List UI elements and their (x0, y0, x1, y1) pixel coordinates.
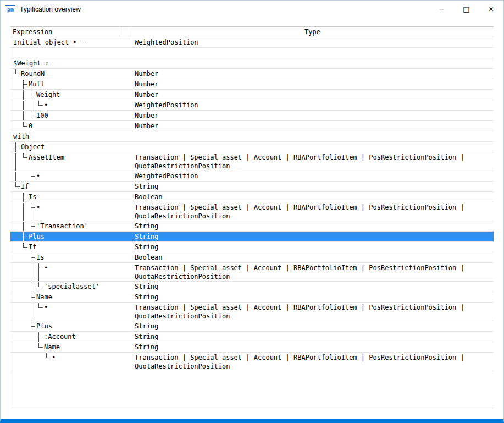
close-button[interactable]: ✕ (479, 1, 503, 18)
tree-row[interactable]: 0Number (10, 121, 494, 131)
expression-cell: • (10, 101, 132, 110)
tree-row[interactable]: 'specialasset'String (10, 282, 494, 292)
expression-label: If (21, 182, 29, 191)
tree-row[interactable]: IfString (10, 182, 494, 192)
tree-row[interactable]: IsBoolean (10, 252, 494, 263)
tree-connector (12, 303, 20, 321)
tree-row[interactable]: MultNumber (10, 79, 494, 90)
type-cell (132, 59, 494, 68)
window-title: Typification overview (20, 6, 81, 13)
tree-row[interactable]: RoundNNumber (10, 69, 494, 79)
tree-connector (12, 172, 20, 181)
tree-connector (20, 232, 27, 241)
tree-row[interactable]: •Transaction | Special asset | Account |… (10, 263, 494, 282)
tree-connector (35, 332, 43, 342)
expression-cell: Initial object • = (10, 38, 132, 47)
expression-cell: with (10, 132, 132, 141)
type-cell: WeightedPosition (132, 38, 494, 47)
tree-connector (12, 293, 20, 302)
tree-connector (27, 343, 35, 352)
expression-cell: • (10, 263, 132, 281)
tree-row[interactable]: 'Transaction'String (10, 221, 494, 232)
tree-row[interactable]: NameString (10, 292, 494, 303)
type-cell: String (132, 243, 494, 252)
tree-row-selected[interactable]: PlusString (10, 232, 494, 242)
minimize-button[interactable]: ─ (429, 1, 454, 18)
tree-connector (43, 353, 51, 371)
expression-cell: Plus (10, 232, 132, 241)
tree-row[interactable]: •Transaction | Special asset | Account |… (10, 303, 494, 321)
tree-connector (27, 353, 35, 371)
expression-cell: Weight (10, 90, 132, 100)
expression-label: Is (29, 193, 36, 202)
tree-connector (20, 253, 27, 262)
type-cell: Number (132, 80, 494, 89)
expression-cell: 'Transaction' (10, 222, 132, 231)
tree-row[interactable]: WeightNumber (10, 90, 494, 100)
expression-label: Object (21, 142, 45, 152)
tree-row[interactable]: $Weight := (10, 58, 494, 69)
tree-row[interactable]: with (10, 131, 494, 142)
tree-connector (12, 243, 20, 252)
tree-row[interactable]: PlusString (10, 321, 494, 332)
type-cell: String (132, 182, 494, 191)
tree-row[interactable]: Object (10, 142, 494, 152)
expression-label: • (36, 203, 40, 221)
tree-row[interactable]: AssetItemTransaction | Special asset | A… (10, 152, 494, 171)
tree-row[interactable]: NameString (10, 342, 494, 353)
titlebar[interactable]: pm Typification overview ─ □ ✕ (1, 1, 503, 18)
expression-cell: AssetItem (10, 153, 132, 171)
tree-connector (12, 222, 20, 231)
tree-connector (12, 80, 20, 89)
tree-row[interactable]: •WeightedPosition (10, 100, 494, 111)
tree-connector (27, 203, 35, 221)
type-cell: String (132, 343, 494, 352)
type-cell: WeightedPosition (132, 172, 494, 181)
type-cell: String (132, 222, 494, 231)
expression-label: • (44, 263, 48, 281)
tree-row[interactable]: IsBoolean (10, 192, 494, 202)
tree-rows: Initial object • =WeightedPosition$Weigh… (10, 37, 494, 371)
tree-connector (27, 172, 35, 181)
expression-label: Mult (29, 80, 45, 89)
tree-connector (20, 322, 27, 331)
type-cell (132, 132, 494, 141)
expression-cell: Object (10, 142, 132, 152)
tree-connector (20, 172, 27, 181)
tree-row[interactable]: •Transaction | Special asset | Account |… (10, 353, 494, 371)
tree-row[interactable]: Initial object • =WeightedPosition (10, 37, 494, 48)
tree-row[interactable]: :AccountString (10, 332, 494, 342)
expression-label: • (36, 172, 40, 181)
expression-cell: 0 (10, 122, 132, 131)
expression-cell: 'specialasset' (10, 282, 132, 292)
type-cell: Number (132, 69, 494, 79)
tree-row[interactable]: 100Number (10, 111, 494, 121)
expression-cell: Name (10, 293, 132, 302)
tree-connector (20, 282, 27, 292)
tree-row[interactable] (10, 48, 494, 58)
column-header-type[interactable]: Type (131, 27, 494, 37)
expression-label: 'Transaction' (36, 222, 88, 231)
type-cell: Transaction | Special asset | Account | … (132, 153, 494, 171)
expression-label: RoundN (21, 69, 45, 79)
expression-label: Initial object • = (13, 38, 85, 47)
maximize-button[interactable]: □ (454, 1, 479, 18)
expression-cell: Is (10, 193, 132, 202)
expression-label: Is (36, 253, 44, 262)
tree-row[interactable]: •WeightedPosition (10, 171, 494, 182)
expression-cell: Name (10, 343, 132, 352)
expression-cell (10, 48, 132, 58)
tree-connector (12, 353, 20, 371)
tree-row[interactable]: •Transaction | Special asset | Account |… (10, 202, 494, 221)
type-cell: String (132, 293, 494, 302)
expression-cell: • (10, 303, 132, 321)
tree-connector (27, 303, 35, 321)
column-header-expression[interactable]: Expression (10, 27, 119, 37)
tree-connector (35, 343, 43, 352)
type-cell: Number (132, 90, 494, 100)
tree-connector (27, 253, 35, 262)
tree-row[interactable]: IfString (10, 242, 494, 252)
expression-label: 100 (36, 111, 48, 120)
type-cell: String (132, 332, 494, 342)
tree-connector (27, 263, 35, 281)
